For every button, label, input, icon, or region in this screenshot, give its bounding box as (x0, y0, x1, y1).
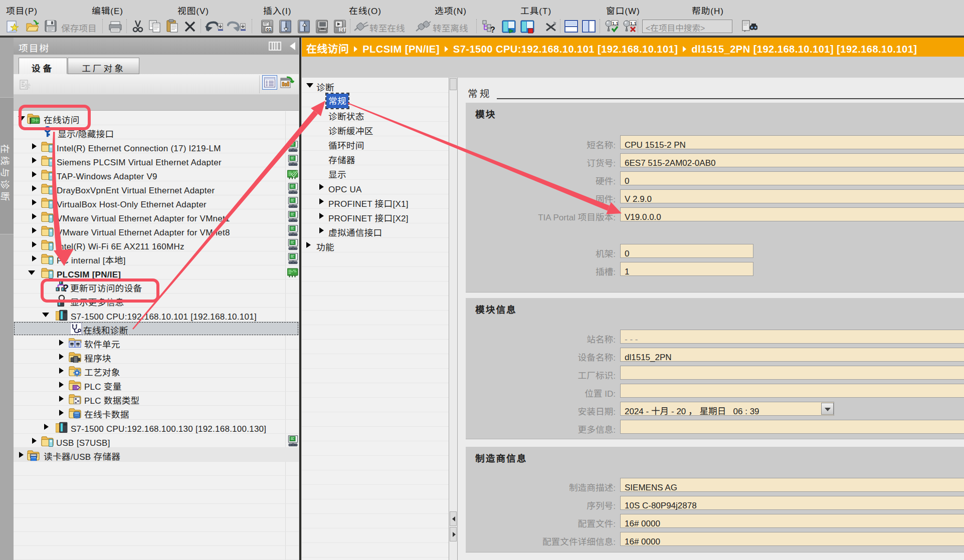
svg-text:01: 01 (266, 27, 271, 32)
svg-text:1,1: 1,1 (612, 21, 619, 26)
svg-text:?: ? (490, 26, 495, 34)
svg-text:RT: RT (339, 27, 346, 33)
svg-text:1,1: 1,1 (630, 21, 637, 26)
